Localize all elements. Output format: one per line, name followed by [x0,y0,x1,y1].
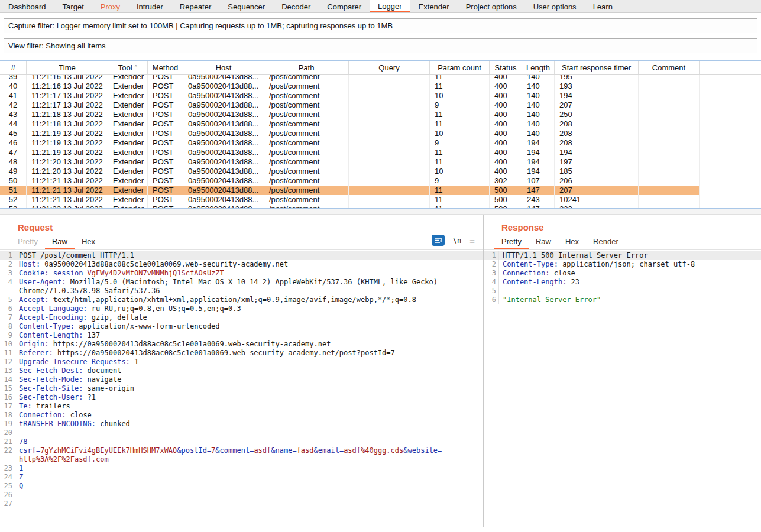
table-row[interactable]: 4111:21:17 13 Jul 2022ExtenderPOST0a9500… [0,91,700,100]
view-filter-bar[interactable]: View filter: Showing all items [4,38,757,53]
table-row[interactable]: 5311:21:22 13 Jul 2022ExtenderPOST0a9500… [0,205,700,208]
column-header-method[interactable]: Method [148,61,183,74]
cell-host: 0a9500020413d88... [183,167,264,176]
cell-query [349,195,430,205]
table-row[interactable]: 3911:21:16 13 Jul 2022ExtenderPOST0a9500… [0,75,700,82]
tab-target[interactable]: Target [54,0,92,12]
table-row[interactable]: 5211:21:21 13 Jul 2022ExtenderPOST0a9500… [0,195,700,205]
column-header-host[interactable]: Host [183,61,264,74]
table-row[interactable]: 4711:21:19 13 Jul 2022ExtenderPOST0a9500… [0,148,700,157]
table-row[interactable]: 4811:21:20 13 Jul 2022ExtenderPOST0a9500… [0,157,700,167]
table-row[interactable]: 4911:21:20 13 Jul 2022ExtenderPOST0a9500… [0,167,700,176]
tab-repeater[interactable]: Repeater [171,0,219,12]
cell--: 39 [0,75,27,82]
table-row[interactable]: 4611:21:19 13 Jul 2022ExtenderPOST0a9500… [0,138,700,148]
column-header-query[interactable]: Query [349,61,430,74]
cell--: 48 [0,157,27,167]
cell-tool: Extender [108,129,148,138]
column-header-comment[interactable]: Comment [639,61,700,74]
editor-tab-render[interactable]: Render [586,235,626,249]
editor-tab-hex[interactable]: Hex [75,235,102,249]
cell-length: 194 [522,167,555,176]
table-row[interactable]: 4511:21:19 13 Jul 2022ExtenderPOST0a9500… [0,129,700,138]
tab-decoder[interactable]: Decoder [273,0,319,12]
tab-logger[interactable]: Logger [370,0,410,12]
editor-line: 2Host: 0a9500020413d88ac08c5c1e001a0069.… [0,260,483,269]
cell-comment [639,176,700,186]
line-number: 27 [0,499,15,508]
line-number: 4 [484,278,499,287]
response-editor[interactable]: 1HTTP/1.1 500 Internal Server Error2Cont… [484,251,761,304]
editor-menu-icon[interactable]: ≡ [469,235,475,245]
tab-learn[interactable]: Learn [585,0,621,12]
editor-tab-pretty[interactable]: Pretty [11,235,45,249]
line-number: 4 [0,278,15,287]
cell-host: 0a9500020413d88... [183,91,264,100]
editor-line: 8Content-Type: application/x-www-form-ur… [0,322,483,331]
table-row[interactable]: 5111:21:21 13 Jul 2022ExtenderPOST0a9500… [0,186,700,195]
cell-time: 11:21:20 13 Jul 2022 [27,157,108,167]
editor-line: 27 [0,499,483,508]
cell-method: POST [148,75,183,82]
cell-comment [639,195,700,205]
cell-comment [639,138,700,148]
column-header-tool[interactable]: Tool^ [108,61,148,74]
column-header-path[interactable]: Path [264,61,349,74]
cell-query [349,176,430,186]
editor-tab-pretty[interactable]: Pretty [494,235,529,249]
syntax-segment: Sec-Fetch-User: [19,393,83,402]
column-header-start-response-timer[interactable]: Start response timer [555,61,639,74]
tab-proxy[interactable]: Proxy [92,0,128,12]
cell-method: POST [148,176,183,186]
cell-tool: Extender [108,205,148,208]
table-row[interactable]: 4011:21:16 13 Jul 2022ExtenderPOST0a9500… [0,82,700,91]
syntax-highlight-icon[interactable] [432,235,445,246]
column-header-label: Tool [118,63,132,72]
column-header-time[interactable]: Time [27,61,108,74]
cell-comment [639,148,700,157]
column-header-length[interactable]: Length [522,61,555,74]
show-newlines-icon[interactable]: \n [453,236,461,245]
cell-host: 0a9500020413d88... [183,195,264,205]
syntax-segment: Content-Type: [503,260,558,269]
tab-sequencer[interactable]: Sequencer [219,0,273,12]
editor-line: 231 [0,464,483,473]
tab-project-options[interactable]: Project options [458,0,525,12]
table-row[interactable]: 5011:21:21 13 Jul 2022ExtenderPOST0a9500… [0,176,700,186]
syntax-segment: User-Agent: [19,278,66,287]
table-row[interactable]: 4211:21:17 13 Jul 2022ExtenderPOST0a9500… [0,100,700,110]
editor-line: 6"Internal Server Error" [484,296,761,304]
cell-param-count: 11 [430,186,490,195]
table-row[interactable]: 4311:21:18 13 Jul 2022ExtenderPOST0a9500… [0,110,700,119]
cell-param-count: 11 [430,195,490,205]
horizontal-splitter[interactable] [0,209,761,215]
editor-line: 3Connection: close [484,269,761,278]
request-editor[interactable]: 1POST /post/comment HTTP/1.12Host: 0a950… [0,251,483,508]
cell--: 51 [0,186,27,195]
logger-table-body: 3911:21:16 13 Jul 2022ExtenderPOST0a9500… [0,75,761,208]
logger-table-rows: 3911:21:16 13 Jul 2022ExtenderPOST0a9500… [0,75,761,208]
editor-tab-raw[interactable]: Raw [45,235,75,249]
column-header-param-count[interactable]: Param count [430,61,490,74]
syntax-segment: Z [19,473,23,482]
capture-filter-bar[interactable]: Capture filter: Logger memory limit set … [4,18,757,33]
tab-user-options[interactable]: User options [525,0,585,12]
tab-comparer[interactable]: Comparer [319,0,370,12]
tab-dashboard[interactable]: Dashboard [0,0,54,12]
cell-tool: Extender [108,82,148,91]
tab-intruder[interactable]: Intruder [128,0,171,12]
editor-tab-hex[interactable]: Hex [558,235,586,249]
cell-tool: Extender [108,176,148,186]
syntax-segment: same-origin [83,384,134,393]
syntax-segment: 1 [19,464,23,473]
cell-length: 194 [522,157,555,167]
line-number: 13 [0,366,15,375]
column-header--[interactable]: # [0,61,27,74]
tab-extender[interactable]: Extender [410,0,458,12]
column-header-status[interactable]: Status [490,61,522,74]
table-row[interactable]: 4411:21:18 13 Jul 2022ExtenderPOST0a9500… [0,119,700,129]
editor-tab-raw[interactable]: Raw [529,235,558,249]
cell--: 50 [0,176,27,186]
cell-time: 11:21:19 13 Jul 2022 [27,148,108,157]
syntax-segment: application/x-www-form-urlencoded [75,322,220,331]
